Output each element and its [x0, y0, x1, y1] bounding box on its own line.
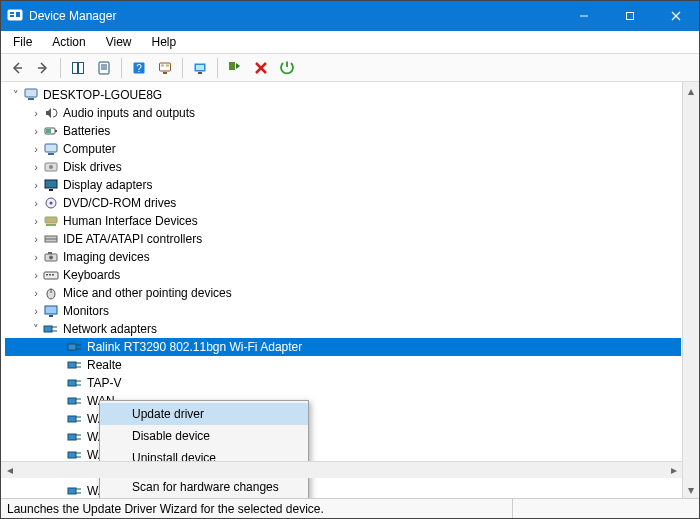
close-button[interactable]: [653, 1, 699, 31]
tree-item-keyboards[interactable]: › Keyboards: [5, 266, 681, 284]
keyboard-icon: [43, 267, 59, 283]
tree-item-monitors[interactable]: › Monitors: [5, 302, 681, 320]
tree-item-mice[interactable]: › Mice and other pointing devices: [5, 284, 681, 302]
tree-item-ide[interactable]: › IDE ATA/ATAPI controllers: [5, 230, 681, 248]
svg-rect-56: [49, 315, 53, 317]
vertical-scrollbar[interactable]: ▴ ▾: [682, 82, 699, 498]
menu-help[interactable]: Help: [144, 33, 185, 51]
tree-label: Monitors: [63, 302, 109, 320]
tree-item-display[interactable]: › Display adapters: [5, 176, 681, 194]
nav-fwd-button[interactable]: [31, 56, 55, 80]
svg-rect-1: [10, 12, 14, 14]
twisty-icon[interactable]: ›: [29, 212, 43, 230]
tree-label: Audio inputs and outputs: [63, 104, 195, 122]
twisty-icon[interactable]: ›: [29, 248, 43, 266]
svg-rect-2: [10, 15, 14, 17]
update-driver-button[interactable]: [188, 56, 212, 80]
tree-area: ˅ DESKTOP-LGOUE8G › Audio inputs and out…: [1, 82, 699, 498]
status-bar: Launches the Update Driver Wizard for th…: [1, 498, 699, 518]
svg-rect-66: [68, 488, 76, 494]
twisty-icon[interactable]: ›: [29, 176, 43, 194]
tree-item-network-adapters[interactable]: ˅ Network adapters: [5, 320, 681, 338]
twisty-icon[interactable]: ›: [29, 302, 43, 320]
disable-device-button[interactable]: [275, 56, 299, 80]
optical-drive-icon: [43, 195, 59, 211]
tree-item-ralink[interactable]: · Ralink RT3290 802.11bgn Wi-Fi Adapter: [5, 338, 681, 356]
svg-rect-57: [44, 326, 52, 332]
tree-item-batteries[interactable]: › Batteries: [5, 122, 681, 140]
network-adapter-icon: [67, 411, 83, 427]
svg-rect-50: [46, 274, 48, 276]
svg-point-37: [49, 165, 53, 169]
status-pane-right: [513, 499, 693, 518]
battery-icon: [43, 123, 59, 139]
svg-rect-55: [45, 306, 57, 314]
tree-item-dvd[interactable]: › DVD/CD-ROM drives: [5, 194, 681, 212]
svg-rect-34: [45, 144, 57, 152]
twisty-icon[interactable]: ›: [29, 158, 43, 176]
network-adapter-icon: [67, 393, 83, 409]
tree-item-computer[interactable]: › Computer: [5, 140, 681, 158]
svg-rect-20: [166, 64, 169, 66]
tree-label: Disk drives: [63, 158, 122, 176]
tree-item-audio[interactable]: › Audio inputs and outputs: [5, 104, 681, 122]
ctx-disable-device[interactable]: Disable device: [100, 425, 308, 447]
tree-item-imaging[interactable]: › Imaging devices: [5, 248, 681, 266]
context-menu: Update driver Disable device Uninstall d…: [99, 400, 309, 498]
titlebar: Device Manager: [1, 1, 699, 31]
tree-label: Network adapters: [63, 320, 157, 338]
tree-label: Realte: [87, 356, 122, 374]
svg-rect-48: [48, 252, 52, 254]
twisty-icon[interactable]: ›: [29, 284, 43, 302]
minimize-button[interactable]: [561, 1, 607, 31]
scroll-up-icon[interactable]: ▴: [683, 82, 700, 99]
nav-back-button[interactable]: [5, 56, 29, 80]
tree-label: TAP-V: [87, 374, 121, 392]
scan-hardware-button[interactable]: [153, 56, 177, 80]
network-adapter-icon: [67, 483, 83, 498]
twisty-icon[interactable]: ›: [29, 266, 43, 284]
svg-rect-23: [196, 65, 204, 70]
tree-label: Computer: [63, 140, 116, 158]
tree-item-realtek[interactable]: · Realte: [5, 356, 681, 374]
twisty-icon[interactable]: ˅: [9, 86, 23, 104]
svg-rect-43: [46, 224, 56, 226]
tree-item-disk[interactable]: › Disk drives: [5, 158, 681, 176]
menu-file[interactable]: File: [5, 33, 40, 51]
scroll-down-icon[interactable]: ▾: [683, 481, 700, 498]
svg-rect-11: [79, 62, 84, 73]
horizontal-scrollbar[interactable]: ◂ ▸: [1, 461, 682, 478]
computer-icon: [43, 141, 59, 157]
menu-view[interactable]: View: [98, 33, 140, 51]
twisty-icon[interactable]: ›: [29, 122, 43, 140]
svg-rect-39: [49, 189, 53, 191]
audio-icon: [43, 105, 59, 121]
show-hide-tree-button[interactable]: [66, 56, 90, 80]
twisty-icon[interactable]: ›: [29, 194, 43, 212]
ctx-scan-hardware[interactable]: Scan for hardware changes: [100, 476, 308, 498]
tree-label: Keyboards: [63, 266, 120, 284]
tree-item-hid[interactable]: › Human Interface Devices: [5, 212, 681, 230]
twisty-icon[interactable]: ›: [29, 230, 43, 248]
scroll-left-icon[interactable]: ◂: [1, 462, 18, 479]
maximize-button[interactable]: [607, 1, 653, 31]
svg-text:?: ?: [136, 63, 142, 74]
twisty-icon[interactable]: ›: [29, 104, 43, 122]
svg-rect-18: [160, 63, 171, 71]
tree-label: Human Interface Devices: [63, 212, 198, 230]
svg-rect-51: [49, 274, 51, 276]
tree-root[interactable]: ˅ DESKTOP-LGOUE8G: [5, 86, 681, 104]
uninstall-device-button[interactable]: [249, 56, 273, 80]
properties-button[interactable]: [92, 56, 116, 80]
tree-root-label: DESKTOP-LGOUE8G: [43, 86, 162, 104]
scroll-right-icon[interactable]: ▸: [665, 462, 682, 479]
display-icon: [43, 177, 59, 193]
menu-action[interactable]: Action: [44, 33, 93, 51]
twisty-icon[interactable]: ˅: [29, 320, 43, 338]
network-icon: [43, 321, 59, 337]
twisty-icon[interactable]: ›: [29, 140, 43, 158]
enable-device-button[interactable]: [223, 56, 247, 80]
help-button[interactable]: ?: [127, 56, 151, 80]
ctx-update-driver[interactable]: Update driver: [100, 403, 308, 425]
tree-item-tap[interactable]: · TAP-V: [5, 374, 681, 392]
